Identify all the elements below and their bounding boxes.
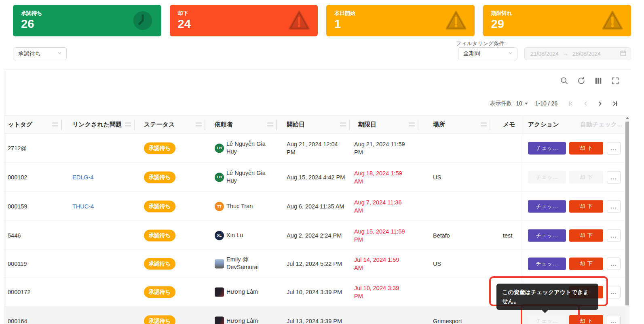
page-size-select[interactable]: 10 [516,100,528,107]
fullscreen-icon[interactable] [611,76,620,85]
prev-page-icon[interactable] [580,98,591,109]
reject-button[interactable]: 却下 [569,315,603,324]
warning-icon [601,9,624,32]
reload-icon[interactable] [577,76,586,85]
date-range-input[interactable]: 21/08/2024 → 28/08/2024 [524,47,631,60]
col-auto-check: 自動チェック... [580,121,622,128]
asset-tag: 000159 [8,203,27,210]
scroll-up-icon[interactable] [626,117,629,119]
dashboard-page: 承認待ち 26 却下 24 本日開始 1 期限切れ 29 [0,0,644,324]
checkout-button[interactable]: チェッ... [528,142,566,154]
col-actions: アクション [528,121,559,128]
column-divider [418,120,418,130]
col-status: ステータス [144,121,175,128]
chevron-down-icon [57,50,62,57]
requester-cell: TT Thuc Tran [215,202,271,211]
table-header: ットタグ リンクされた問題 ステータス 依頼者 開始日 期限日 場所 メモ アク… [4,115,626,134]
status-badge: 承認待ち [144,229,175,241]
checkout-disabled-tooltip: この資産はチェックアウトできません。 [496,284,598,310]
requester-name: Thuc Tran [226,202,271,210]
reject-button[interactable]: 却下 [569,142,603,154]
col-start-date: 開始日 [287,121,305,128]
requester-cell: Hương Lâm [215,316,271,324]
next-page-icon[interactable] [595,98,605,109]
location: US [433,174,441,181]
scrollbar-thumb[interactable] [625,122,629,305]
checkout-button[interactable]: チェッ... [528,257,566,270]
avatar: LH [215,143,224,153]
reject-button[interactable]: 却下 [569,200,603,212]
column-chooser-icon[interactable] [594,76,603,85]
table-row: 000159 THUC-4 承認待ち TT Thuc Tran Aug 6, 2… [4,192,626,221]
asset-tag: 000119 [8,261,27,267]
pagination-range: 1-10 / 26 [535,100,557,107]
avatar: XL [215,231,224,240]
requester-cell: LH Lê Nguyễn Gia Huy [215,140,271,156]
reject-button[interactable]: 却下 [569,171,603,183]
last-page-icon[interactable] [609,98,620,109]
date-range-arrow: → [563,50,568,57]
vertical-scrollbar[interactable] [625,115,629,324]
col-due-date: 期限日 [358,121,376,128]
linked-issue-link[interactable]: THUC-4 [72,203,94,210]
status-filter-value: 承認待ち [18,50,41,57]
more-actions-button[interactable]: ... [607,315,621,324]
asset-tag: 5446 [8,232,21,239]
due-date: Aug 18, 2024 1:59 AM [354,169,408,185]
filter-lines-icon[interactable] [196,123,202,126]
column-divider [349,120,350,130]
linked-issue-link[interactable]: EDLG-4 [72,174,93,181]
location: Grimesport [433,318,462,324]
column-divider [134,120,135,130]
warning-icon [445,9,467,32]
requester-name: Lê Nguyễn Gia Huy [226,169,271,185]
filter-lines-icon[interactable] [267,123,273,126]
more-actions-button[interactable]: ... [607,286,621,298]
column-divider [490,120,490,130]
checkout-button[interactable]: チェッ... [528,229,566,242]
reject-button[interactable]: 却下 [569,257,603,270]
filter-lines-icon[interactable] [52,123,58,126]
filter-condition-label: フィルタリング条件: [456,40,506,47]
start-date: Aug 6, 2024 11:35 AM [287,202,348,210]
table-row: 2712@ 承認待ち LH Lê Nguyễn Gia Huy Aug 21, … [4,134,626,163]
more-actions-button[interactable]: ... [607,257,621,270]
filter-lines-icon[interactable] [481,123,487,126]
checkout-button[interactable]: チェッ... [528,171,566,183]
more-actions-button[interactable]: ... [607,200,621,212]
location: US [433,261,441,267]
first-page-icon[interactable] [566,98,576,109]
checkout-button[interactable]: チェッ... [528,315,566,324]
requester-cell: LH Lê Nguyễn Gia Huy [215,169,271,185]
card-pending-approval: 承認待ち 26 [13,5,161,36]
more-actions-button[interactable]: ... [607,142,621,154]
summary-cards: 承認待ち 26 却下 24 本日開始 1 期限切れ 29 [13,5,631,36]
warning-icon [288,9,310,32]
filter-lines-icon[interactable] [125,123,131,126]
requester-cell: Emily @ DevSamurai [215,256,271,271]
start-date: Aug 2, 2024 2:24 PM [287,231,348,239]
date-to: 28/08/2024 [572,50,601,57]
filter-lines-icon[interactable] [409,123,415,126]
checkout-button[interactable]: チェッ... [528,200,566,212]
filter-lines-icon[interactable] [340,123,346,126]
table-toolbar [560,76,620,85]
reject-button[interactable]: 却下 [569,229,603,242]
asset-tag: 0000172 [8,289,30,295]
more-actions-button[interactable]: ... [607,229,621,242]
location: Betafo [433,232,450,239]
start-date: Aug 21, 2024 12:04 PM [287,140,348,156]
requester-name: Emily @ DevSamurai [226,256,271,271]
status-filter-select[interactable]: 承認待ち [13,47,67,60]
column-divider [205,120,205,130]
period-filter-select[interactable]: 全期間 [458,47,517,60]
col-asset-tag: ットタグ [8,121,32,128]
requester-name: Lê Nguyễn Gia Huy [226,140,271,156]
page-size-label: 表示件数 [490,100,512,107]
more-actions-button[interactable]: ... [607,171,621,183]
search-icon[interactable] [560,76,569,85]
date-from: 21/08/2024 [530,50,559,57]
requester-cell: XL Xin Lu [215,231,271,240]
clock-icon [131,9,154,32]
memo: test [503,232,512,239]
